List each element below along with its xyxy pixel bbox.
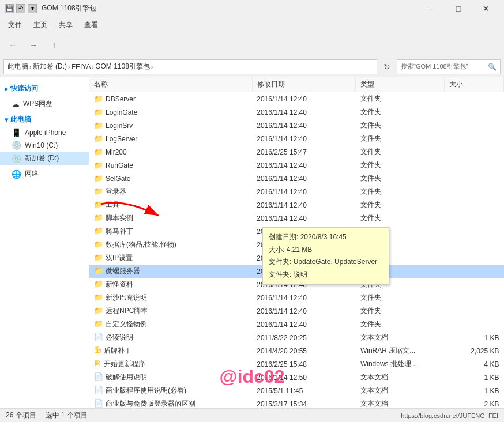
table-row[interactable]: 📁自定义怪物例 2016/1/14 12:40 文件夹 (89, 318, 504, 331)
file-date: 2016/1/14 12:40 (252, 291, 356, 304)
sidebar-item-new-volume[interactable]: 💿 新加卷 (D:) (0, 152, 89, 165)
main-panel: ▸ 快速访问 ☁ WPS网盘 ▾ 此电脑 📱 Apple iPhone 💿 Wi… (0, 77, 504, 408)
selected-count: 选中 1 个项目 (46, 410, 88, 420)
file-size (445, 185, 504, 198)
file-folder-icon: 📁 (94, 306, 103, 315)
table-row[interactable]: 📁Mir200 2016/2/25 15:47 文件夹 (89, 145, 504, 159)
file-type: 文件夹 (356, 119, 445, 132)
tooltip-folders: 文件夹: UpdateGate, UpdateServer (269, 256, 383, 269)
breadcrumb[interactable]: 此电脑 › 新加卷 (D:) › FEIYA › GOM 1108引擎包 › (3, 59, 377, 74)
table-row[interactable]: 📁LoginSrv 2016/1/14 12:40 文件夹 (89, 119, 504, 132)
file-size (445, 251, 504, 265)
crumb-drive[interactable]: 新加卷 (D:) (33, 62, 67, 71)
file-tooltip: 创建日期: 2020/8/3 16:45 大小: 4.21 MB 文件夹: Up… (262, 227, 389, 285)
table-row[interactable]: 📁LogServer 2016/1/14 12:40 文件夹 (89, 132, 504, 145)
title-icon-dropdown[interactable]: ▾ (28, 4, 37, 13)
sidebar-item-apple-iphone[interactable]: 📱 Apple iPhone (0, 126, 89, 139)
file-type: WinRAR 压缩文... (356, 344, 445, 357)
table-row[interactable]: 📁脚本实例 2016/1/14 12:40 文件夹 (89, 212, 504, 225)
close-button[interactable]: ✕ (473, 0, 499, 17)
file-date: 2015/5/1 11:45 (252, 384, 356, 397)
minimize-button[interactable]: ─ (418, 0, 444, 17)
file-size (445, 291, 504, 304)
file-name: 📁脚本实例 (89, 212, 252, 225)
table-row[interactable]: 📁SelGate 2016/1/14 12:40 文件夹 (89, 172, 504, 185)
file-size (445, 172, 504, 185)
file-size: 2 KB (445, 397, 504, 408)
file-date: 2016/2/25 15:48 (252, 357, 356, 371)
table-row[interactable]: 🗜盾牌补丁 2014/4/20 20:55 WinRAR 压缩文... 2,02… (89, 344, 504, 357)
col-header-size[interactable]: 大小 (445, 77, 504, 92)
file-size (445, 132, 504, 145)
sidebar-item-win10[interactable]: 💿 Win10 (C:) (0, 139, 89, 152)
file-folder-icon: 📁 (94, 253, 103, 262)
sidebar: ▸ 快速访问 ☁ WPS网盘 ▾ 此电脑 📱 Apple iPhone 💿 Wi… (0, 77, 89, 408)
sidebar-quick-access-label: 快速访问 (10, 84, 38, 93)
sidebar-item-wps[interactable]: ☁ WPS网盘 (0, 97, 89, 111)
cloud-icon: ☁ (12, 100, 20, 109)
table-row[interactable]: 📁远程NPC脚本 2016/1/14 12:40 文件夹 (89, 304, 504, 318)
drive-d-icon: 💿 (12, 154, 21, 163)
menu-share[interactable]: 共享 (53, 18, 78, 32)
file-date: 2016/1/14 12:40 (252, 172, 356, 185)
back-button[interactable]: ← (3, 36, 22, 54)
status-bar: 26 个项目 选中 1 个项目 https://blog.csdn.net/JU… (0, 408, 504, 422)
title-icon-undo[interactable]: ↶ (16, 4, 25, 13)
menu-home[interactable]: 主页 (28, 18, 53, 32)
file-type: 文件夹 (356, 92, 445, 106)
network-icon: 🌐 (12, 169, 21, 179)
crumb-sep-2: › (68, 63, 70, 70)
menu-view[interactable]: 查看 (78, 18, 104, 32)
file-date: 2016/2/25 15:47 (252, 145, 356, 159)
file-type: 文件夹 (356, 132, 445, 145)
maximize-button[interactable]: □ (445, 0, 472, 17)
sidebar-thispc-header[interactable]: ▾ 此电脑 (0, 113, 89, 126)
file-name: 📁骑马补丁 (89, 225, 252, 238)
chevron-down-icon: ▾ (5, 116, 8, 124)
crumb-feiya-label: FEIYA (72, 63, 91, 71)
crumb-current[interactable]: GOM 1108引擎包 (95, 62, 150, 71)
sidebar-wps-label: WPS网盘 (23, 99, 52, 109)
table-row[interactable]: 📄必读说明 2011/8/22 20:25 文本文档 1 KB (89, 331, 504, 344)
sidebar-network-section: 🌐 网络 (0, 167, 89, 180)
file-date: 2015/3/17 15:34 (252, 397, 356, 408)
refresh-button[interactable]: ↻ (379, 59, 394, 74)
table-row[interactable]: 📄商业版程序使用说明(必看) 2015/5/1 11:45 文本文档 1 KB (89, 384, 504, 397)
file-name: 📁数据库(物品,技能,怪物) (89, 238, 252, 251)
file-date: 2016/1/14 12:40 (252, 132, 356, 145)
col-header-type[interactable]: 类型 (356, 77, 445, 92)
sidebar-item-network[interactable]: 🌐 网络 (0, 167, 89, 180)
col-header-date[interactable]: 修改日期 (252, 77, 356, 92)
file-folder-icon: 📁 (94, 293, 103, 302)
file-size (445, 198, 504, 212)
table-row[interactable]: 📁登录器 2016/1/14 12:40 文件夹 (89, 185, 504, 198)
table-row[interactable]: 📁DBServer 2016/1/14 12:40 文件夹 (89, 92, 504, 106)
table-row[interactable]: 📁LoginGate 2016/1/14 12:40 文件夹 (89, 106, 504, 119)
crumb-feiya[interactable]: FEIYA (72, 63, 91, 71)
title-icon-save[interactable]: 💾 (5, 4, 14, 13)
chevron-right-icon: ▸ (5, 85, 8, 93)
table-row[interactable]: 🖹开始更新程序 2016/2/25 15:48 Windows 批处理... 4… (89, 357, 504, 371)
file-size: 1 KB (445, 371, 504, 384)
crumb-thispc[interactable]: 此电脑 (7, 62, 28, 71)
tooltip-created: 创建日期: 2020/8/3 16:45 (269, 231, 383, 244)
file-type: 文件夹 (356, 159, 445, 172)
up-button[interactable]: ↑ (45, 36, 63, 54)
col-header-name[interactable]: 名称 (89, 77, 252, 92)
file-date: 2016/1/14 12:40 (252, 318, 356, 331)
table-row[interactable]: 📁新沙巴克说明 2016/1/14 12:40 文件夹 (89, 291, 504, 304)
file-date: 2016/1/14 12:40 (252, 92, 356, 106)
table-row[interactable]: 📄商业版与免费版登录器的区别 2015/3/17 15:34 文本文档 2 KB (89, 397, 504, 408)
file-date: 2011/8/22 20:25 (252, 331, 356, 344)
drive-c-icon: 💿 (12, 141, 21, 150)
file-folder-icon: 📁 (94, 174, 103, 183)
menu-file[interactable]: 文件 (2, 18, 28, 32)
table-row[interactable]: 📄破解使用说明 2016/1/14 12:50 文本文档 1 KB (89, 371, 504, 384)
forward-button[interactable]: → (24, 36, 43, 54)
sidebar-quick-access-header[interactable]: ▸ 快速访问 (0, 82, 89, 95)
file-size (445, 304, 504, 318)
table-row[interactable]: 📁RunGate 2016/1/14 12:40 文件夹 (89, 159, 504, 172)
search-box[interactable]: 搜索"GOM 1108引擎包" 🔍 (397, 59, 501, 74)
file-size (445, 106, 504, 119)
table-row[interactable]: 📁工具 2016/1/14 12:40 文件夹 (89, 198, 504, 212)
